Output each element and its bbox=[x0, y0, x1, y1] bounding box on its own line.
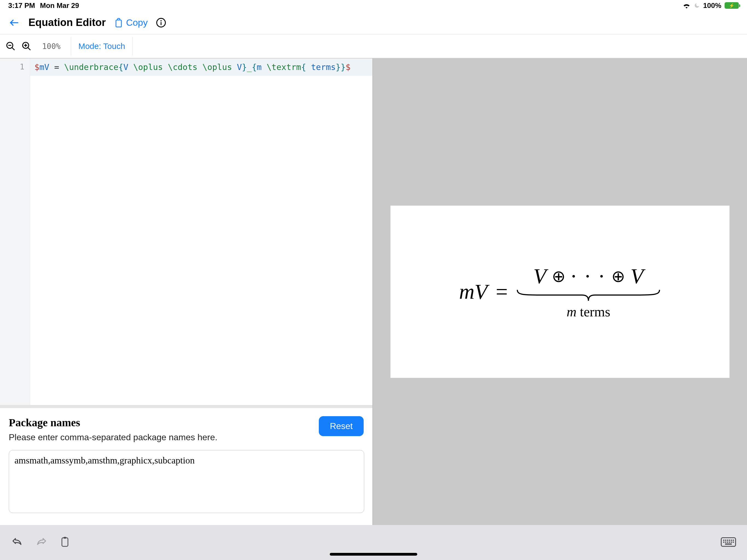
main-split: 1 $mV = \underbrace{V \oplus \cdots \opl… bbox=[0, 58, 747, 525]
status-bar: 3:17 PM Mon Mar 29 100% ⚡ bbox=[0, 0, 747, 11]
svg-rect-14 bbox=[723, 540, 724, 541]
undo-button[interactable] bbox=[11, 536, 23, 549]
preview-pane[interactable]: mV = V ⊕ · · · ⊕ V bbox=[373, 58, 747, 525]
svg-rect-23 bbox=[729, 542, 730, 543]
battery-percent: 100% bbox=[703, 1, 722, 10]
svg-rect-20 bbox=[723, 542, 724, 543]
reset-button[interactable]: Reset bbox=[319, 416, 364, 436]
packages-hint: Please enter comma-separated package nam… bbox=[9, 432, 217, 442]
mode-toggle[interactable]: Mode: Touch bbox=[71, 37, 132, 55]
svg-line-6 bbox=[12, 48, 15, 50]
back-button[interactable] bbox=[8, 17, 20, 29]
info-button[interactable] bbox=[156, 18, 166, 28]
svg-rect-18 bbox=[731, 540, 732, 541]
svg-rect-12 bbox=[64, 537, 66, 539]
line-gutter: 1 bbox=[0, 58, 30, 405]
code-editor[interactable]: 1 $mV = \underbrace{V \oplus \cdots \opl… bbox=[0, 58, 372, 408]
svg-rect-0 bbox=[116, 20, 121, 27]
line-number: 1 bbox=[0, 62, 24, 71]
zoom-percent: 100% bbox=[37, 42, 66, 51]
svg-point-28 bbox=[733, 546, 734, 547]
svg-rect-21 bbox=[725, 542, 726, 543]
copy-label: Copy bbox=[126, 17, 148, 28]
svg-rect-16 bbox=[727, 540, 728, 541]
clipboard-button[interactable] bbox=[60, 536, 71, 549]
packages-title: Package names bbox=[9, 416, 217, 429]
svg-rect-24 bbox=[731, 542, 732, 543]
svg-point-29 bbox=[731, 546, 732, 547]
moon-icon bbox=[694, 2, 700, 8]
svg-rect-11 bbox=[62, 538, 68, 546]
svg-rect-15 bbox=[725, 540, 726, 541]
battery-icon: ⚡ bbox=[725, 2, 739, 9]
app-header: Equation Editor Copy bbox=[0, 11, 747, 34]
packages-panel: Package names Please enter comma-separat… bbox=[0, 408, 372, 525]
zoom-out-button[interactable] bbox=[5, 41, 16, 51]
page-title: Equation Editor bbox=[28, 17, 106, 28]
svg-rect-22 bbox=[727, 542, 728, 543]
editor-pane: 1 $mV = \underbrace{V \oplus \cdots \opl… bbox=[0, 58, 373, 525]
svg-point-27 bbox=[734, 546, 735, 547]
svg-line-10 bbox=[28, 48, 31, 50]
wifi-icon bbox=[682, 2, 691, 8]
preview-card: mV = V ⊕ · · · ⊕ V bbox=[390, 206, 729, 378]
svg-rect-25 bbox=[733, 542, 734, 543]
editor-toolbar: 100% Mode: Touch bbox=[0, 34, 747, 58]
svg-point-2 bbox=[160, 20, 162, 21]
svg-rect-17 bbox=[729, 540, 730, 541]
status-date: Mon Mar 29 bbox=[40, 1, 79, 10]
home-indicator[interactable] bbox=[330, 553, 417, 556]
svg-rect-3 bbox=[161, 22, 162, 25]
keyboard-button[interactable] bbox=[721, 537, 736, 548]
svg-rect-26 bbox=[725, 543, 732, 545]
status-time: 3:17 PM bbox=[8, 1, 35, 10]
underbrace-icon bbox=[516, 288, 661, 302]
zoom-in-button[interactable] bbox=[21, 41, 32, 51]
code-line-1[interactable]: $mV = \underbrace{V \oplus \cdots \oplus… bbox=[30, 58, 372, 76]
packages-input[interactable]: amsmath,amssymb,amsthm,graphicx,subcapti… bbox=[9, 450, 364, 513]
rendered-equation: mV = V ⊕ · · · ⊕ V bbox=[459, 264, 661, 320]
redo-button[interactable] bbox=[35, 536, 48, 549]
copy-button[interactable]: Copy bbox=[114, 17, 148, 28]
svg-rect-19 bbox=[733, 540, 734, 541]
